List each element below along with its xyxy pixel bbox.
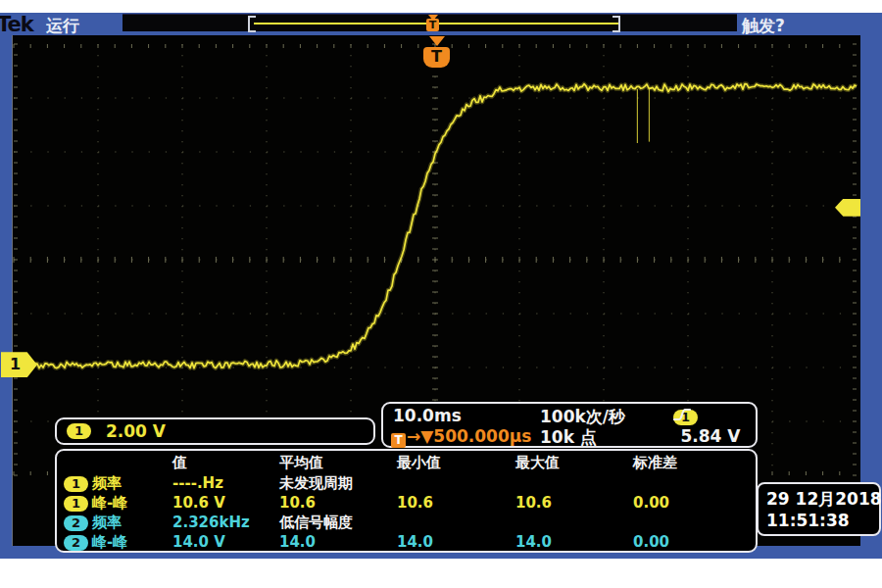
col-header-max: 最大值 (515, 454, 560, 472)
record-trigger-position-icon[interactable]: T (426, 15, 439, 31)
trigger-delay: T→▼500.000µs (391, 426, 531, 448)
record-view-bar[interactable]: T (122, 14, 737, 31)
measurement-name: 峰-峰 (92, 533, 127, 551)
time-label: 11:51:38 (766, 511, 850, 530)
trigger-level-value: 5.84 V (673, 426, 748, 446)
measurement-min: 14.0 (397, 533, 433, 551)
measurement-name: 频率 (92, 474, 122, 492)
channel-badge: 1 (64, 476, 88, 492)
rising-edge-icon (673, 407, 691, 422)
col-header-std: 标准差 (633, 454, 677, 472)
channel-badge: 1 (64, 496, 88, 512)
trigger-source: 1 (673, 407, 748, 425)
title-bar: Tek 运行 T 触发? (0, 13, 882, 35)
ch1-volts-per-div: 2.00 V (106, 421, 166, 441)
measurement-std: 0.00 (633, 494, 669, 512)
measurement-max: 10.6 (515, 494, 552, 512)
record-length: 10k 点 (540, 426, 597, 449)
trigger-position-marker-icon[interactable]: T (423, 36, 451, 70)
record-left-bracket (248, 16, 256, 32)
run-status-label: 运行 (46, 15, 79, 37)
date-label: 29 12月2018 (766, 488, 882, 511)
measurement-mean: 未发现周期 (279, 474, 353, 493)
delay-value: 500.000µs (433, 426, 531, 446)
measurement-row-label: 1频率 (64, 474, 122, 493)
channel-badge: 2 (64, 535, 88, 551)
measurement-name: 频率 (92, 514, 122, 531)
ch1-badge: 1 (67, 423, 91, 439)
col-header-min: 最小值 (397, 454, 441, 472)
measurement-min: 10.6 (397, 494, 433, 512)
time-per-div: 10.0ms (393, 406, 462, 425)
measurement-std: 0.00 (633, 533, 669, 551)
delay-prefix-icon: →▼ (407, 426, 433, 446)
trigger-status-label: 触发? (742, 15, 785, 37)
measurement-value: ----.Hz (172, 474, 223, 492)
measurement-mean: 低信号幅度 (279, 514, 353, 532)
record-right-bracket (612, 16, 620, 32)
measurements-table[interactable]: 值 平均值 最小值 最大值 标准差 1频率----.Hz未发现周期1峰-峰10.… (55, 449, 758, 553)
measurement-name: 峰-峰 (92, 494, 127, 512)
sample-rate: 100k次/秒 (540, 406, 625, 428)
col-header-value: 值 (172, 454, 187, 472)
measurement-mean: 10.6 (279, 494, 316, 512)
channel-badge: 2 (64, 515, 88, 531)
measurement-row-label: 1峰-峰 (64, 494, 127, 513)
measurement-value: 10.6 V (172, 494, 225, 512)
acquisition-readout[interactable]: 10.0ms T→▼500.000µs 100k次/秒 10k 点 1 5.84… (381, 402, 758, 448)
oscilloscope-screen: Tek 运行 T 触发? T 1 (0, 13, 882, 559)
tek-logo: Tek (0, 13, 33, 36)
trigger-t-icon: T (391, 433, 406, 448)
measurement-value: 2.326kHz (172, 514, 250, 531)
lcd-display: T 1 1 2.00 V 10.0ms T→▼500.000µs 100k次/秒… (12, 35, 860, 546)
measurement-row-label: 2峰-峰 (64, 533, 127, 552)
datetime-box: 29 12月2018 11:51:38 (757, 482, 881, 536)
measurement-value: 14.0 V (172, 533, 225, 551)
measurement-max: 14.0 (515, 533, 552, 551)
measurement-row-label: 2频率 (64, 514, 122, 532)
screenshot-canvas: Tek 运行 T 触发? T 1 (0, 0, 882, 588)
measurement-mean: 14.0 (279, 533, 316, 551)
col-header-mean: 平均值 (279, 454, 323, 472)
ch1-scale-readout[interactable]: 1 2.00 V (55, 417, 375, 445)
